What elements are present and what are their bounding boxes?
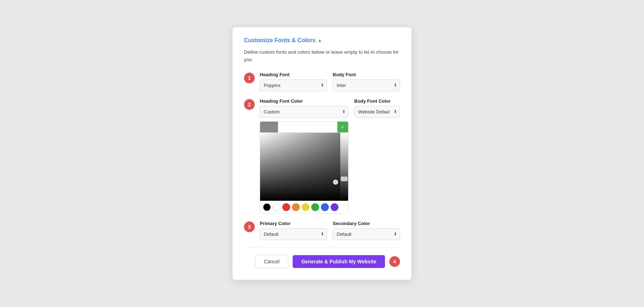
color-swatch-preview	[260, 122, 278, 132]
swatch-purple[interactable]	[331, 203, 338, 211]
description-text: Define custom fonts and colors below or …	[244, 49, 400, 63]
swatch-yellow[interactable]	[302, 203, 309, 211]
divider	[244, 247, 400, 248]
primary-color-select-wrapper: Default Custom Blue Green Red	[260, 228, 327, 240]
body-font-select-wrapper: Poppins Inter Roboto Open Sans Lato	[333, 79, 400, 91]
swatch-green[interactable]	[311, 203, 319, 211]
heading-font-select[interactable]: Poppins Inter Roboto Open Sans Lato Mont…	[260, 79, 327, 91]
picker-gradient-area[interactable]	[260, 133, 348, 201]
step-3-badge: 3	[244, 221, 255, 232]
secondary-color-field: Secondary Color Default Custom Blue Gree…	[333, 221, 400, 240]
step-3-content: Primary Color Default Custom Blue Green …	[260, 221, 400, 240]
step-1-content: Heading Font Poppins Inter Roboto Open S…	[260, 72, 400, 91]
hex-input[interactable]	[278, 123, 337, 131]
step-4-badge: 4	[389, 256, 400, 267]
body-color-field: Body Font Color Website Default Custom B…	[354, 98, 400, 214]
step-2-row: 2 Heading Font Color Custom Website Defa…	[244, 98, 400, 214]
cancel-button[interactable]: Cancel	[255, 255, 289, 268]
swatch-blue[interactable]	[321, 203, 329, 211]
heading-font-select-wrapper: Poppins Inter Roboto Open Sans Lato Mont…	[260, 79, 327, 91]
color-picker: ✓	[260, 121, 348, 214]
color-swatches-row	[260, 201, 348, 213]
color-fields-row: Heading Font Color Custom Website Defaul…	[260, 98, 400, 214]
step-2-badge: 2	[244, 99, 255, 110]
step-1-badge: 1	[244, 73, 255, 83]
body-color-select-wrapper: Website Default Custom Black White	[354, 106, 400, 118]
font-fields-row: Heading Font Poppins Inter Roboto Open S…	[260, 72, 400, 91]
button-row: Cancel Generate & Publish My Website 4	[244, 255, 400, 268]
body-color-select[interactable]: Website Default Custom Black White	[354, 106, 400, 118]
swatch-white[interactable]	[273, 203, 280, 211]
generate-publish-button[interactable]: Generate & Publish My Website	[293, 255, 385, 268]
swatch-black[interactable]	[263, 203, 271, 211]
brightness-slider[interactable]	[340, 133, 348, 201]
primary-color-label: Primary Color	[260, 221, 327, 226]
brightness-handle[interactable]	[341, 176, 348, 181]
primary-secondary-fields-row: Primary Color Default Custom Blue Green …	[260, 221, 400, 240]
swatch-orange[interactable]	[292, 203, 300, 211]
heading-color-field: Heading Font Color Custom Website Defaul…	[260, 98, 348, 214]
gradient-handle[interactable]	[333, 180, 338, 185]
color-confirm-button[interactable]: ✓	[337, 122, 348, 132]
heading-color-label: Heading Font Color	[260, 98, 348, 104]
secondary-color-select[interactable]: Default Custom Blue Green Red	[333, 228, 400, 240]
body-font-select[interactable]: Poppins Inter Roboto Open Sans Lato	[333, 79, 400, 91]
customize-fonts-colors-title[interactable]: Customize Fonts & Colors ▲	[244, 37, 400, 44]
step-1-row: 1 Heading Font Poppins Inter Roboto Open…	[244, 72, 400, 91]
modal-panel: Customize Fonts & Colors ▲ Define custom…	[233, 27, 411, 280]
swatch-red[interactable]	[282, 203, 290, 211]
secondary-color-label: Secondary Color	[333, 221, 400, 226]
color-preview-row: ✓	[260, 122, 348, 133]
heading-font-label: Heading Font	[260, 72, 327, 77]
heading-font-field: Heading Font Poppins Inter Roboto Open S…	[260, 72, 327, 91]
step-3-row: 3 Primary Color Default Custom Blue Gree…	[244, 221, 400, 240]
secondary-color-select-wrapper: Default Custom Blue Green Red	[333, 228, 400, 240]
heading-color-select-wrapper: Custom Website Default Black White	[260, 106, 348, 118]
collapse-arrow: ▲	[318, 38, 322, 43]
heading-color-select[interactable]: Custom Website Default Black White	[260, 106, 348, 118]
body-color-label: Body Font Color	[354, 98, 400, 104]
title-text: Customize Fonts & Colors	[244, 37, 316, 44]
gradient-bg	[260, 133, 340, 201]
body-font-field: Body Font Poppins Inter Roboto Open Sans…	[333, 72, 400, 91]
body-font-label: Body Font	[333, 72, 400, 77]
step-2-content: Heading Font Color Custom Website Defaul…	[260, 98, 400, 214]
primary-color-select[interactable]: Default Custom Blue Green Red	[260, 228, 327, 240]
color-gradient-canvas[interactable]	[260, 133, 340, 201]
primary-color-field: Primary Color Default Custom Blue Green …	[260, 221, 327, 240]
